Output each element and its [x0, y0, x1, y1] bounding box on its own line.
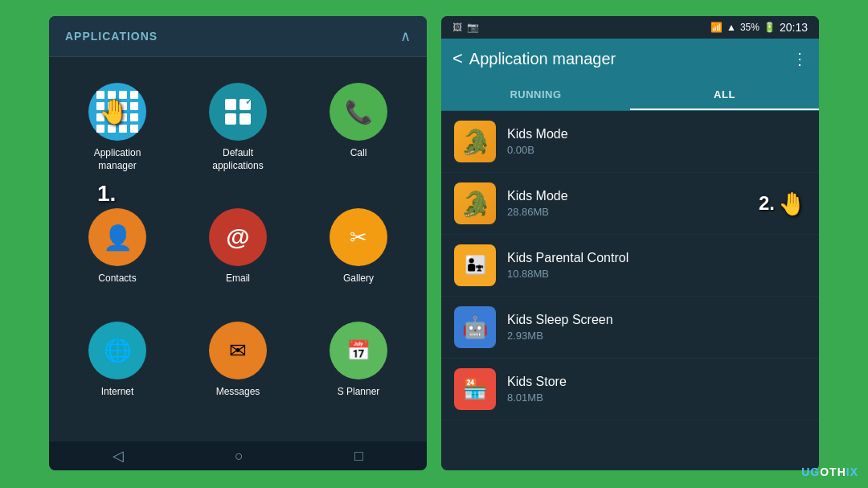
status-bar: 🖼 📷 📶 ▲ 35% 🔋 20:13 — [441, 16, 819, 39]
app-manager-title: Application manager — [469, 50, 616, 68]
kids-store-size: 8.01MB — [507, 392, 806, 404]
kids-mode-1-name: Kids Mode — [507, 127, 806, 141]
tabs-bar: RUNNING ALL — [441, 79, 819, 111]
app-label-contacts: Contacts — [98, 273, 136, 285]
kids-parental-size: 10.88MB — [507, 268, 806, 280]
status-right: 📶 ▲ 35% 🔋 20:13 — [710, 21, 808, 34]
kids-mode-2-info: Kids Mode 28.86MB — [507, 189, 759, 218]
kids-sleep-name: Kids Sleep Screen — [507, 313, 806, 327]
watermark: UGOTHIX — [801, 465, 858, 478]
kids-parental-name: Kids Parental Control — [507, 251, 806, 265]
wifi-icon: 📶 — [710, 22, 723, 33]
app-icon-messages: ✉ — [209, 322, 267, 379]
panel-title: APPLICATIONS — [65, 30, 158, 43]
list-item-kids-store[interactable]: 🏪 Kids Store 8.01MB — [441, 359, 819, 420]
right-phone-panel: 🖼 📷 📶 ▲ 35% 🔋 20:13 < Application manage… — [441, 16, 819, 470]
app-label-default-apps: Defaultapplications — [212, 147, 263, 172]
step1-label: 1. — [97, 181, 116, 207]
status-left: 🖼 📷 — [452, 22, 479, 33]
kids-store-info: Kids Store 8.01MB — [507, 375, 806, 404]
app-icon-splanner: 📅 — [330, 322, 387, 379]
list-item-kids-parental[interactable]: 👨‍👧 Kids Parental Control 10.88MB — [441, 235, 819, 297]
apps-grid: Applicationmanager 1. 🤚 ✓ — [49, 57, 427, 441]
app-icon-gallery: ✂ — [330, 208, 387, 266]
at-icon: @ — [226, 223, 249, 251]
app-manager-left: < Application manager — [452, 48, 616, 69]
battery-icon: 🔋 — [764, 22, 776, 33]
phone-icon: 📞 — [345, 99, 373, 125]
status-cam-icon: 📷 — [467, 22, 479, 33]
app-icon-call: 📞 — [330, 83, 387, 141]
app-icon-contacts: 👤 — [88, 208, 146, 266]
app-label-internet: Internet — [101, 386, 134, 399]
app-icon-default-apps: ✓ — [209, 83, 267, 141]
app-item-contacts[interactable]: 👤 Contacts — [57, 199, 178, 312]
app-item-messages[interactable]: ✉ Messages — [178, 312, 298, 425]
kids-sleep-info: Kids Sleep Screen 2.93MB — [507, 313, 806, 342]
mail-icon: ✉ — [229, 338, 247, 363]
cursor2-icon: 🤚 — [778, 191, 806, 217]
app-item-email[interactable]: @ Email — [178, 199, 298, 312]
app-label-call: Call — [350, 147, 367, 160]
bottom-nav-bar: ◁ ○ □ — [49, 441, 427, 470]
kids-store-name: Kids Store — [507, 375, 806, 389]
kids-mode-1-size: 0.00B — [507, 144, 806, 156]
kids-mode-2-size: 28.86MB — [507, 206, 759, 218]
list-item-kids-mode-1[interactable]: 🐊 Kids Mode 0.00B — [441, 111, 819, 173]
kids-mode-1-icon: 🐊 — [454, 121, 496, 162]
app-label-messages: Messages — [216, 386, 260, 399]
kids-parental-info: Kids Parental Control 10.88MB — [507, 251, 806, 280]
app-icon-email: @ — [209, 208, 267, 266]
chevron-up-icon[interactable]: ∧ — [400, 27, 411, 45]
kids-parental-icon: 👨‍👧 — [454, 244, 496, 286]
kids-mode-2-icon: 🐊 — [454, 182, 496, 224]
panel-header: APPLICATIONS ∧ — [49, 16, 427, 57]
app-item-internet[interactable]: 🌐 Internet — [57, 312, 178, 425]
step2-overlay: 2. 🤚 — [759, 191, 806, 217]
battery-percent: 35% — [740, 22, 760, 33]
app-label-email: Email — [226, 273, 250, 285]
kids-sleep-size: 2.93MB — [507, 330, 806, 342]
tab-running[interactable]: RUNNING — [441, 79, 630, 110]
app-list: 🐊 Kids Mode 0.00B 🐊 Kids Mode 28.86MB 2.… — [441, 111, 819, 470]
watermark-prefix: UG — [801, 465, 820, 478]
nav-back[interactable]: ◁ — [113, 447, 124, 465]
left-phone-panel: APPLICATIONS ∧ A — [49, 16, 427, 470]
list-item-kids-sleep[interactable]: 🤖 Kids Sleep Screen 2.93MB — [441, 297, 819, 359]
watermark-brand: OTH — [820, 465, 846, 478]
globe-icon: 🌐 — [104, 338, 132, 364]
kids-store-icon: 🏪 — [454, 368, 496, 410]
time-display: 20:13 — [780, 21, 808, 34]
watermark-suffix: IX — [846, 465, 858, 478]
app-item-gallery[interactable]: ✂ Gallery — [298, 199, 419, 312]
scissors-icon: ✂ — [350, 225, 367, 250]
app-label-splanner: S Planner — [338, 386, 380, 399]
tab-all[interactable]: ALL — [630, 79, 819, 110]
app-icon-internet: 🌐 — [88, 322, 146, 379]
back-button[interactable]: < — [452, 48, 463, 69]
nav-recent[interactable]: □ — [354, 448, 363, 465]
app-label-app-manager: Applicationmanager — [94, 147, 141, 172]
app-manager-header: < Application manager ⋮ — [441, 39, 819, 79]
app-item-call[interactable]: 📞 Call — [298, 73, 419, 199]
app-item-default-apps[interactable]: ✓ Defaultapplications — [178, 73, 298, 199]
status-img-icon: 🖼 — [452, 22, 462, 33]
app-item-splanner[interactable]: 📅 S Planner — [298, 312, 419, 425]
more-options-icon[interactable]: ⋮ — [792, 49, 808, 68]
app-item-app-manager[interactable]: Applicationmanager 1. 🤚 — [57, 73, 178, 199]
kids-sleep-icon: 🤖 — [454, 306, 496, 348]
cursor1-icon: 🤚 — [99, 97, 129, 125]
signal-icon: ▲ — [727, 22, 736, 33]
calendar-icon: 📅 — [346, 339, 371, 362]
kids-mode-2-name: Kids Mode — [507, 189, 759, 203]
app-label-gallery: Gallery — [343, 273, 374, 285]
kids-mode-1-info: Kids Mode 0.00B — [507, 127, 806, 156]
list-item-kids-mode-2[interactable]: 🐊 Kids Mode 28.86MB 2. 🤚 — [441, 173, 819, 235]
person-icon: 👤 — [103, 223, 133, 252]
step2-label: 2. — [759, 192, 775, 215]
nav-home[interactable]: ○ — [235, 448, 244, 465]
